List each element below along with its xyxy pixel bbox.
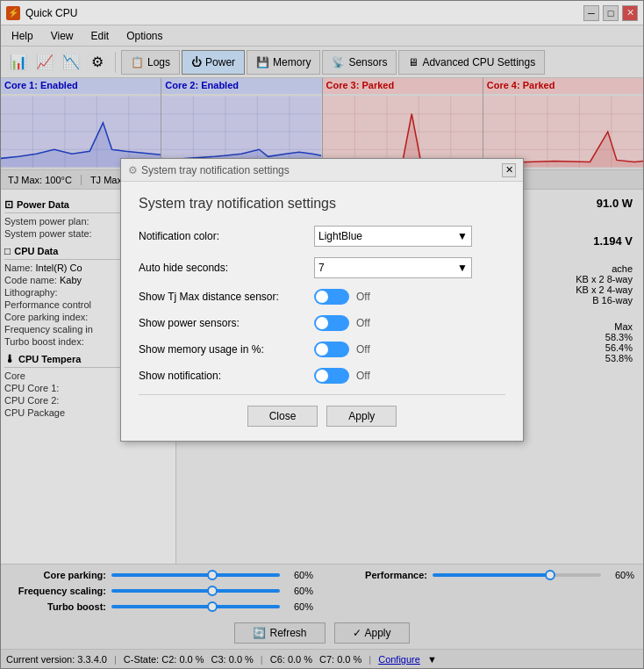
dialog-apply-button[interactable]: Apply (326, 406, 397, 427)
dialog-heading: System tray notification settings (139, 196, 505, 212)
show-notification-label: Show notification: (139, 370, 314, 382)
show-memory-toggle-container: Off (314, 342, 370, 357)
show-tj-row: Show Tj Max distance sensor: Off (139, 289, 505, 305)
notification-color-row: Notification color: LightBlue ▼ (139, 226, 505, 247)
show-power-toggle[interactable] (314, 315, 349, 331)
show-notification-row: Show notification: Off (139, 368, 505, 384)
auto-hide-control: 7 ▼ (314, 257, 505, 278)
show-power-toggle-container: Off (314, 315, 370, 331)
main-window: ⚡ Quick CPU ─ □ ✕ Help View Edit Options… (0, 0, 644, 669)
show-power-state: Off (356, 317, 370, 329)
show-memory-row: Show memory usage in %: Off (139, 342, 505, 357)
notification-color-value: LightBlue (318, 230, 362, 242)
auto-hide-dropdown[interactable]: 7 ▼ (314, 257, 472, 278)
dialog-title-bar: ⚙ System tray notification settings ✕ (121, 159, 523, 182)
show-tj-label: Show Tj Max distance sensor: (139, 291, 314, 303)
dialog-body: System tray notification settings Notifi… (121, 182, 523, 441)
dialog-settings-icon: ⚙ (128, 164, 138, 176)
dialog-overlay: ⚙ System tray notification settings ✕ Sy… (0, 0, 644, 669)
show-memory-toggle-knob (316, 343, 328, 356)
auto-hide-arrow-icon: ▼ (457, 262, 468, 274)
dialog-close-button[interactable]: ✕ (502, 163, 516, 177)
auto-hide-row: Auto hide seconds: 7 ▼ (139, 257, 505, 278)
dialog-buttons: Close Apply (139, 406, 505, 427)
dialog-title-left: ⚙ System tray notification settings (128, 164, 290, 176)
show-power-label: Show power sensors: (139, 317, 314, 329)
show-memory-state: Off (356, 343, 370, 356)
dropdown-arrow-icon: ▼ (457, 230, 468, 242)
dialog-title: System tray notification settings (141, 164, 290, 176)
notification-color-dropdown[interactable]: LightBlue ▼ (314, 226, 472, 247)
dialog-divider (139, 394, 505, 395)
notification-dialog: ⚙ System tray notification settings ✕ Sy… (120, 158, 524, 442)
show-power-row: Show power sensors: Off (139, 315, 505, 331)
show-tj-toggle-knob (316, 291, 328, 303)
show-notification-toggle[interactable] (314, 368, 349, 384)
show-notification-toggle-container: Off (314, 368, 370, 384)
dialog-close-action-button[interactable]: Close (247, 406, 318, 427)
notification-color-control: LightBlue ▼ (314, 226, 505, 247)
show-notification-state: Off (356, 370, 370, 382)
auto-hide-label: Auto hide seconds: (139, 262, 314, 274)
show-tj-toggle[interactable] (314, 289, 349, 305)
show-tj-state: Off (356, 291, 370, 303)
show-tj-toggle-container: Off (314, 289, 370, 305)
show-memory-label: Show memory usage in %: (139, 343, 314, 356)
auto-hide-value: 7 (318, 262, 325, 274)
show-power-toggle-knob (316, 317, 328, 329)
show-notification-toggle-knob (316, 370, 328, 382)
show-memory-toggle[interactable] (314, 342, 349, 357)
notification-color-label: Notification color: (139, 230, 314, 242)
